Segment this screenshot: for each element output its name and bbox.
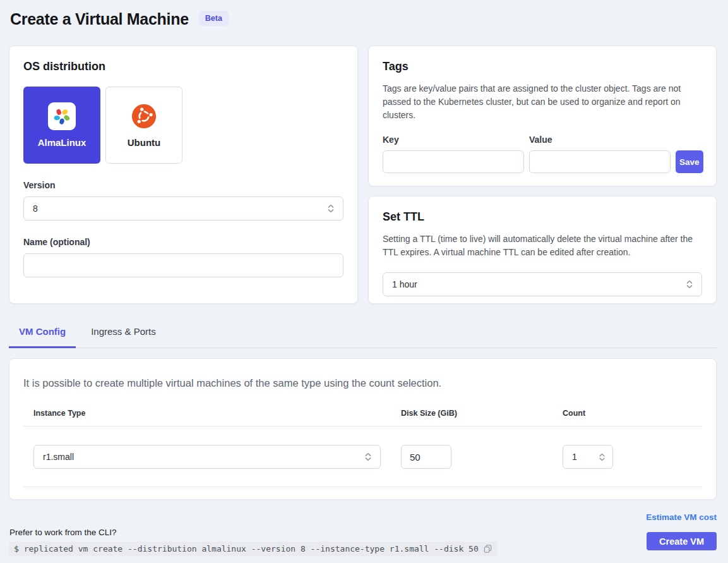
footer-bottom-row: Prefer to work from the CLI? $ replicate…: [9, 528, 717, 556]
estimate-vm-cost-link[interactable]: Estimate VM cost: [646, 512, 717, 522]
tab-vm-config[interactable]: VM Config: [9, 318, 76, 348]
tab-ingress-ports[interactable]: Ingress & Ports: [81, 318, 166, 348]
os-tile-list: AlmaLinux: [23, 87, 343, 164]
tags-card-description: Tags are key/value pairs that are assign…: [383, 82, 702, 122]
copy-button[interactable]: [483, 544, 492, 554]
tag-value-field: Value: [529, 135, 671, 173]
os-card-title: OS distribution: [23, 60, 343, 73]
tag-key-input[interactable]: [383, 150, 524, 173]
name-label: Name (optional): [23, 237, 343, 247]
version-label: Version: [23, 180, 343, 190]
os-tile-ubuntu[interactable]: Ubuntu: [105, 87, 182, 164]
create-vm-page: Create a Virtual Machine Beta OS distrib…: [0, 0, 728, 556]
chevron-updown-icon: [326, 203, 335, 214]
ttl-card-title: Set TTL: [383, 210, 702, 224]
tag-key-label: Key: [383, 135, 524, 145]
save-tag-button[interactable]: Save: [676, 150, 703, 173]
name-input[interactable]: [23, 253, 343, 277]
cli-block: Prefer to work from the CLI? $ replicate…: [9, 528, 498, 556]
version-select[interactable]: 8: [23, 197, 343, 221]
cli-command-text: $ replicated vm create --distribution al…: [14, 544, 479, 554]
cli-prompt-text: Prefer to work from the CLI?: [9, 528, 498, 537]
chevron-updown-icon: [364, 452, 373, 462]
os-distribution-card: OS distribution AlmaLinux: [9, 45, 358, 304]
vm-table-header: Instance Type Disk Size (GiB) Count: [23, 409, 702, 427]
page-footer: Estimate VM cost Prefer to work from the…: [9, 512, 717, 556]
disk-size-input[interactable]: [401, 445, 451, 469]
right-column: Tags Tags are key/value pairs that are a…: [368, 45, 717, 304]
page-title: Create a Virtual Machine: [10, 10, 189, 28]
vm-config-card: It is possible to create multiple virtua…: [9, 358, 717, 500]
chevron-updown-icon: [685, 279, 694, 289]
os-tile-label-ubuntu: Ubuntu: [128, 137, 160, 148]
count-value: 1: [572, 452, 577, 462]
chevron-updown-icon: [598, 452, 606, 462]
cli-command-pill: $ replicated vm create --distribution al…: [9, 542, 498, 556]
ubuntu-icon: [131, 104, 157, 129]
os-tile-label-almalinux: AlmaLinux: [38, 137, 87, 148]
tag-value-input[interactable]: [529, 150, 671, 173]
create-vm-button[interactable]: Create VM: [647, 532, 717, 550]
col-count: Count: [563, 409, 702, 418]
instance-type-select[interactable]: r1.small: [33, 445, 381, 469]
ubuntu-logo-box: [131, 102, 157, 130]
version-select-value: 8: [33, 203, 38, 214]
tags-card: Tags Tags are key/value pairs that are a…: [368, 45, 717, 186]
ttl-select-value: 1 hour: [392, 279, 417, 289]
col-instance-type: Instance Type: [33, 409, 401, 418]
tag-key-field: Key: [383, 135, 524, 173]
vm-config-description: It is possible to create multiple virtua…: [23, 377, 702, 389]
col-disk-size: Disk Size (GiB): [401, 409, 563, 418]
tags-card-title: Tags: [383, 60, 702, 73]
os-tile-almalinux[interactable]: AlmaLinux: [23, 87, 100, 164]
tag-value-label: Value: [529, 135, 671, 145]
copy-icon: [483, 544, 492, 554]
almalinux-logo-box: [48, 102, 76, 130]
beta-badge: Beta: [199, 11, 229, 26]
top-cards-grid: OS distribution AlmaLinux: [9, 45, 717, 304]
vm-table-row: r1.small 1: [23, 427, 702, 487]
instance-type-value: r1.small: [43, 452, 74, 462]
ttl-select[interactable]: 1 hour: [383, 272, 702, 296]
almalinux-icon: [51, 106, 73, 127]
tag-form: Key Value Save: [383, 135, 702, 173]
set-ttl-card: Set TTL Setting a TTL (time to live) wil…: [368, 196, 717, 304]
footer-top-row: Estimate VM cost: [9, 512, 717, 522]
count-stepper[interactable]: 1: [563, 445, 613, 469]
tab-bar: VM Config Ingress & Ports: [9, 318, 717, 348]
page-header: Create a Virtual Machine Beta: [9, 9, 717, 28]
ttl-card-description: Setting a TTL (time to live) will automa…: [383, 233, 702, 259]
